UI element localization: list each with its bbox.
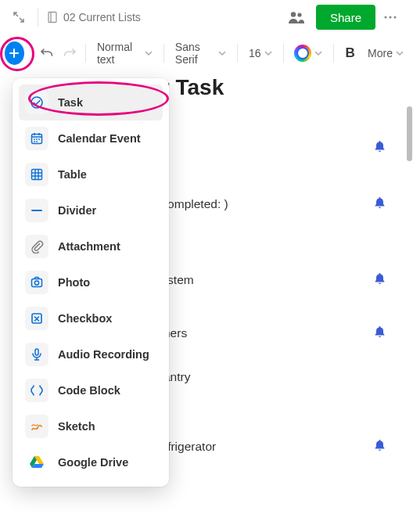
insert-item-label: Code Block bbox=[58, 384, 120, 397]
divider bbox=[85, 44, 86, 63]
svg-rect-17 bbox=[32, 170, 42, 180]
text-color-dropdown[interactable] bbox=[289, 41, 327, 65]
microphone-icon bbox=[25, 343, 48, 366]
insert-item-photo[interactable]: Photo bbox=[19, 264, 163, 300]
task-icon bbox=[25, 91, 48, 114]
insert-button[interactable] bbox=[5, 41, 24, 65]
font-family-dropdown[interactable]: Sans Serif bbox=[171, 38, 231, 69]
undo-icon bbox=[40, 46, 54, 60]
people-icon bbox=[288, 10, 305, 24]
breadcrumb-text: 02 Current Lists bbox=[63, 11, 141, 23]
chevron-down-icon bbox=[218, 49, 226, 57]
photo-icon bbox=[25, 271, 48, 294]
reminder-bell-icon[interactable] bbox=[375, 273, 385, 284]
expand-button[interactable] bbox=[8, 6, 30, 28]
paragraph-style-dropdown[interactable]: Normal text bbox=[92, 38, 157, 69]
redo-icon bbox=[63, 46, 77, 60]
code-icon bbox=[25, 379, 48, 402]
svg-point-3 bbox=[297, 13, 301, 16]
insert-item-label: Audio Recording bbox=[58, 348, 149, 361]
divider bbox=[163, 44, 164, 63]
chevron-down-icon bbox=[396, 49, 404, 57]
insert-item-google-drive[interactable]: Google Drive bbox=[19, 444, 163, 480]
divider bbox=[283, 44, 284, 63]
svg-point-15 bbox=[34, 141, 35, 142]
undo-button[interactable] bbox=[37, 41, 56, 65]
color-ring-icon bbox=[294, 45, 311, 62]
calendar-icon bbox=[25, 127, 48, 150]
google-drive-icon bbox=[25, 451, 48, 474]
insert-item-task[interactable]: Task bbox=[19, 84, 163, 120]
insert-menu: Task Calendar Event Table Divider Attach… bbox=[13, 78, 169, 487]
redo-button[interactable] bbox=[59, 41, 79, 65]
reminder-bell-icon[interactable] bbox=[375, 141, 385, 152]
svg-point-14 bbox=[38, 138, 40, 140]
reminder-bell-icon[interactable] bbox=[375, 326, 385, 337]
insert-item-table[interactable]: Table bbox=[19, 156, 163, 192]
bold-button[interactable]: B bbox=[340, 41, 360, 65]
notebook-icon bbox=[46, 11, 59, 23]
insert-item-label: Google Drive bbox=[58, 456, 128, 469]
more-format-label: More bbox=[368, 47, 393, 59]
table-icon bbox=[25, 163, 48, 186]
svg-point-2 bbox=[291, 12, 296, 16]
checkbox-icon bbox=[25, 307, 48, 330]
reminder-bell-icon[interactable] bbox=[375, 197, 385, 208]
insert-item-calendar-event[interactable]: Calendar Event bbox=[19, 120, 163, 156]
insert-item-label: Photo bbox=[58, 276, 90, 289]
chevron-down-icon bbox=[264, 49, 272, 57]
insert-item-audio-recording[interactable]: Audio Recording bbox=[19, 336, 163, 372]
format-toolbar: Normal text Sans Serif 16 B More bbox=[0, 34, 413, 72]
divider bbox=[237, 44, 238, 63]
svg-point-24 bbox=[34, 281, 38, 285]
insert-item-label: Task bbox=[58, 96, 83, 109]
more-format-dropdown[interactable]: More bbox=[363, 44, 408, 63]
insert-item-label: Attachment bbox=[58, 240, 120, 253]
note-actions-button[interactable] bbox=[383, 6, 405, 28]
more-horizontal-icon bbox=[383, 10, 397, 24]
collaborators-button[interactable] bbox=[285, 5, 308, 29]
chevron-down-icon bbox=[314, 49, 322, 57]
insert-item-label: Divider bbox=[58, 204, 96, 217]
svg-point-6 bbox=[393, 16, 396, 18]
insert-item-label: Table bbox=[58, 168, 87, 181]
sketch-icon bbox=[25, 415, 48, 438]
plus-icon bbox=[8, 47, 20, 59]
attachment-icon bbox=[25, 235, 48, 258]
insert-item-divider[interactable]: Divider bbox=[19, 192, 163, 228]
scrollbar-thumb[interactable] bbox=[407, 106, 412, 161]
divider-icon bbox=[25, 199, 48, 222]
svg-point-4 bbox=[384, 16, 386, 18]
reminder-bell-icon[interactable] bbox=[375, 440, 385, 451]
svg-point-16 bbox=[36, 141, 38, 142]
svg-point-12 bbox=[34, 138, 35, 140]
font-size-dropdown[interactable]: 16 bbox=[244, 44, 277, 63]
insert-item-checkbox[interactable]: Checkbox bbox=[19, 300, 163, 336]
insert-item-code-block[interactable]: Code Block bbox=[19, 372, 163, 408]
svg-rect-0 bbox=[48, 13, 56, 23]
svg-point-13 bbox=[36, 138, 38, 140]
chevron-down-icon bbox=[145, 49, 153, 57]
divider bbox=[38, 8, 38, 27]
insert-item-label: Checkbox bbox=[58, 312, 112, 325]
svg-point-7 bbox=[31, 97, 42, 108]
insert-item-sketch[interactable]: Sketch bbox=[19, 408, 163, 444]
insert-item-label: Sketch bbox=[58, 420, 95, 433]
svg-rect-23 bbox=[32, 279, 42, 287]
top-bar: 02 Current Lists Share bbox=[0, 0, 413, 34]
svg-point-5 bbox=[389, 16, 391, 18]
insert-item-label: Calendar Event bbox=[58, 132, 141, 145]
font-size-value: 16 bbox=[249, 47, 261, 59]
expand-icon bbox=[13, 11, 25, 23]
insert-item-attachment[interactable]: Attachment bbox=[19, 228, 163, 264]
breadcrumb[interactable]: 02 Current Lists bbox=[46, 11, 141, 23]
share-button[interactable]: Share bbox=[316, 5, 375, 30]
paragraph-style-value: Normal text bbox=[97, 41, 142, 66]
svg-rect-26 bbox=[35, 349, 38, 355]
font-family-value: Sans Serif bbox=[175, 41, 215, 66]
divider bbox=[333, 44, 334, 63]
